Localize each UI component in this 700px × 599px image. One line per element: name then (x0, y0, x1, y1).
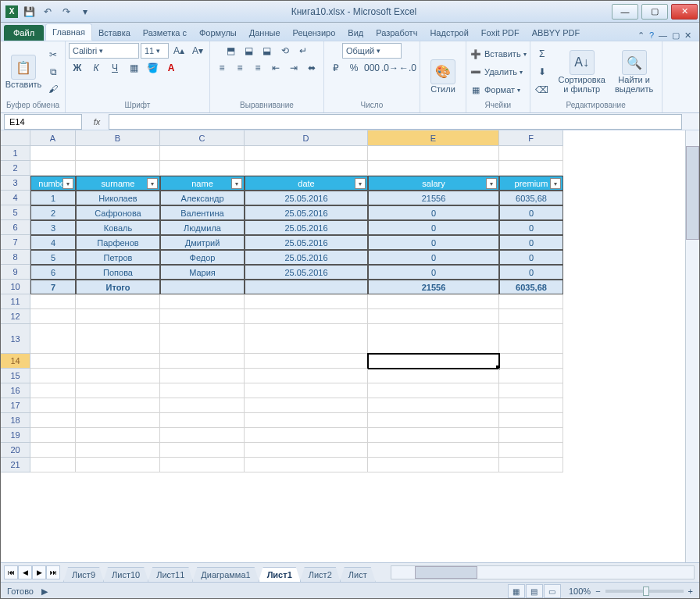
qat-customize[interactable]: ▾ (77, 4, 93, 20)
cell[interactable] (245, 428, 368, 443)
row-header[interactable]: 13 (1, 324, 30, 354)
cell[interactable] (499, 383, 563, 398)
cell[interactable] (160, 146, 245, 161)
cell[interactable] (76, 458, 160, 472)
cell[interactable] (160, 458, 245, 472)
align-bottom-button[interactable]: ⬓ (259, 43, 276, 59)
cell[interactable] (76, 354, 160, 369)
autosum-button[interactable]: Σ (534, 46, 551, 62)
column-header[interactable]: E (368, 130, 499, 145)
cell[interactable] (160, 413, 245, 428)
row-header[interactable]: 1 (1, 146, 30, 161)
cell[interactable] (499, 398, 563, 413)
horizontal-scrollbar[interactable] (391, 565, 695, 579)
number-format-select[interactable]: Общий (342, 43, 402, 59)
column-header[interactable]: C (160, 130, 245, 145)
normal-view-button[interactable]: ▦ (508, 584, 525, 598)
cell[interactable] (76, 294, 160, 309)
sheet-nav-button[interactable]: ⏮ (4, 565, 18, 579)
delete-cells-button[interactable]: ➖Удалить▾ (470, 64, 527, 80)
cell[interactable] (30, 458, 76, 472)
cell[interactable]: 21556 (368, 191, 499, 205)
column-header[interactable]: D (245, 130, 368, 145)
format-painter-button[interactable]: 🖌 (45, 81, 62, 97)
cell[interactable]: Валентина (160, 205, 245, 220)
fill-color-button[interactable]: 🪣 (144, 60, 161, 76)
cell[interactable]: salary▾ (368, 176, 499, 191)
sheet-nav-button[interactable]: ◀ (18, 565, 32, 579)
increase-indent-button[interactable]: ⇥ (285, 60, 302, 76)
row-header[interactable]: 21 (1, 458, 30, 472)
close-button[interactable]: ✕ (671, 4, 698, 20)
cell[interactable] (160, 369, 245, 383)
cell[interactable]: Александр (160, 191, 245, 205)
copy-button[interactable]: ⧉ (45, 64, 62, 80)
cell[interactable]: number▾ (30, 176, 76, 191)
cell[interactable]: 4 (30, 235, 76, 250)
cell[interactable]: 1 (30, 191, 76, 205)
cell[interactable]: 6035,68 (499, 280, 563, 294)
file-tab[interactable]: Файл (4, 25, 44, 41)
cell[interactable] (245, 369, 368, 383)
row-header[interactable]: 20 (1, 443, 30, 458)
row-header[interactable]: 7 (1, 235, 30, 250)
cell[interactable]: Итого (76, 280, 160, 294)
cell[interactable]: Людмила (160, 220, 245, 235)
cell[interactable] (499, 458, 563, 472)
cell[interactable]: Николаев (76, 191, 160, 205)
align-middle-button[interactable]: ⬓ (241, 43, 258, 59)
cell[interactable] (245, 354, 368, 369)
horizontal-scroll-thumb[interactable] (415, 566, 477, 579)
row-header[interactable]: 11 (1, 294, 30, 309)
zoom-in-button[interactable]: + (688, 587, 693, 596)
select-all-corner[interactable] (1, 130, 30, 146)
sheet-tab[interactable]: Лист1 (259, 567, 301, 582)
comma-button[interactable]: 000 (363, 60, 380, 76)
row-header[interactable]: 2 (1, 161, 30, 176)
bold-button[interactable]: Ж (69, 60, 86, 76)
cell[interactable] (499, 146, 563, 161)
cell[interactable] (30, 428, 76, 443)
merge-center-button[interactable]: ⬌ (303, 60, 320, 76)
cell[interactable] (30, 383, 76, 398)
cell[interactable] (245, 443, 368, 458)
sheet-tab[interactable]: Лист (340, 567, 376, 582)
cell[interactable]: 25.05.2016 (245, 250, 368, 265)
filter-icon[interactable]: ▾ (62, 178, 73, 189)
row-header[interactable]: 12 (1, 309, 30, 324)
row-header[interactable]: 8 (1, 250, 30, 265)
cell[interactable] (30, 398, 76, 413)
cell[interactable] (30, 443, 76, 458)
sort-filter-button[interactable]: A↓ Сортировка и фильтр (555, 46, 609, 98)
cell[interactable] (76, 398, 160, 413)
ribbon-tab[interactable]: ABBYY PDF (526, 25, 587, 41)
cell[interactable] (30, 324, 76, 354)
increase-font-button[interactable]: A▴ (170, 43, 188, 59)
undo-button[interactable]: ↶ (40, 4, 55, 20)
cell[interactable]: 6 (30, 265, 76, 280)
align-left-button[interactable]: ≡ (213, 60, 230, 76)
cell[interactable] (160, 354, 245, 369)
cell[interactable] (76, 443, 160, 458)
ribbon-minimize-icon[interactable]: ⌃ (638, 30, 645, 41)
filter-icon[interactable]: ▾ (486, 178, 497, 189)
cell[interactable] (160, 383, 245, 398)
ribbon-tab[interactable]: Разметка с (137, 25, 193, 41)
cell-area[interactable]: number▾surname▾name▾date▾salary▾premium▾… (30, 146, 563, 472)
ribbon-tab[interactable]: Формулы (193, 25, 243, 41)
help-icon[interactable]: ? (649, 30, 654, 41)
workbook-minimize-icon[interactable]: — (659, 30, 667, 41)
worksheet-grid[interactable]: ABCDEF 123456789101112131415161718192021… (1, 130, 699, 562)
cell[interactable]: 6035,68 (499, 191, 563, 205)
row-header[interactable]: 19 (1, 428, 30, 443)
cell[interactable] (245, 398, 368, 413)
font-name-select[interactable]: Calibri (69, 43, 139, 59)
cell[interactable]: 25.05.2016 (245, 265, 368, 280)
column-header[interactable]: F (499, 130, 563, 145)
percent-button[interactable]: % (345, 60, 362, 76)
row-header[interactable]: 4 (1, 191, 30, 205)
increase-decimal-button[interactable]: .0→ (381, 60, 398, 76)
cell[interactable] (76, 324, 160, 354)
formula-input[interactable] (109, 114, 682, 130)
filter-icon[interactable]: ▾ (147, 178, 158, 189)
